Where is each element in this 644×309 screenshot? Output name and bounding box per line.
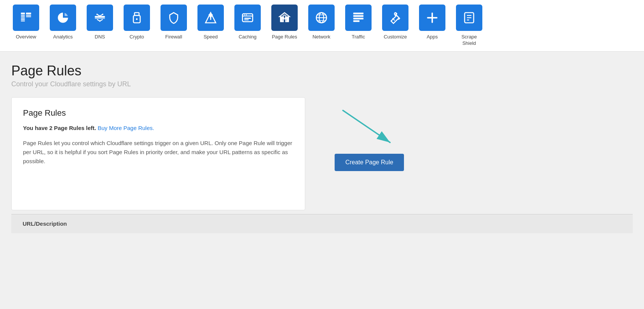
svg-point-11 xyxy=(96,16,98,18)
nav-label-overview: Overview xyxy=(16,34,36,40)
svg-point-45 xyxy=(396,13,398,15)
network-icon xyxy=(308,5,335,31)
apps-icon xyxy=(419,5,445,31)
nav-item-caching[interactable]: Caching xyxy=(229,5,266,45)
svg-rect-7 xyxy=(26,15,31,16)
svg-rect-10 xyxy=(95,18,105,19)
nav-item-traffic[interactable]: Traffic xyxy=(340,5,377,45)
arrow-container xyxy=(320,105,418,150)
svg-point-18 xyxy=(96,14,98,15)
nav-label-analytics: Analytics xyxy=(53,34,73,40)
scrapeshield-icon xyxy=(456,5,482,31)
svg-point-19 xyxy=(102,14,104,15)
nav-item-scrape-shield[interactable]: Scrape Shield xyxy=(451,5,488,51)
nav-label-network: Network xyxy=(312,34,330,40)
nav-item-firewall[interactable]: Firewall xyxy=(155,5,192,45)
svg-rect-5 xyxy=(21,21,25,21)
nav-item-dns[interactable]: DNS xyxy=(81,5,118,45)
svg-rect-4 xyxy=(21,19,25,20)
page-title: Page Rules xyxy=(11,63,633,79)
page-rules-card: Page Rules You have 2 Page Rules left. B… xyxy=(11,97,305,210)
svg-rect-6 xyxy=(26,13,31,15)
svg-point-12 xyxy=(102,16,104,18)
nav-label-firewall: Firewall xyxy=(165,34,182,40)
nav-label-caching: Caching xyxy=(239,34,257,40)
nav-item-apps[interactable]: Apps xyxy=(414,5,451,45)
rules-left-text: You have 2 Page Rules left. Buy More Pag… xyxy=(23,125,294,131)
traffic-icon xyxy=(345,5,372,31)
nav-item-customize[interactable]: Customize xyxy=(377,5,414,45)
main-content: Page Rules Control your Cloudflare setti… xyxy=(0,52,644,309)
table-column-url-description: URL/Description xyxy=(23,220,67,227)
table-header: URL/Description xyxy=(11,214,633,233)
buy-more-link[interactable]: Buy More Page Rules. xyxy=(98,125,154,131)
nav-item-page-rules[interactable]: Page Rules xyxy=(266,5,303,45)
analytics-icon xyxy=(50,5,76,31)
top-navigation: Overview Analytics DNS Crypto Firewall S… xyxy=(0,0,644,52)
svg-rect-3 xyxy=(21,18,25,18)
svg-rect-2 xyxy=(21,16,25,17)
page-subtitle: Control your Cloudflare settings by URL xyxy=(11,80,633,88)
svg-rect-44 xyxy=(353,20,360,22)
nav-item-overview[interactable]: Overview xyxy=(8,5,44,45)
card-description: Page Rules let you control which Cloudfl… xyxy=(23,139,294,166)
svg-point-23 xyxy=(136,18,138,20)
firewall-icon xyxy=(161,5,187,31)
content-layout: Page Rules You have 2 Page Rules left. B… xyxy=(11,97,633,210)
pagerules-icon xyxy=(271,5,298,31)
nav-item-network[interactable]: Network xyxy=(303,5,340,45)
svg-point-30 xyxy=(246,14,247,15)
svg-rect-41 xyxy=(353,13,364,15)
nav-label-crypto: Crypto xyxy=(130,34,144,40)
nav-label-traffic: Traffic xyxy=(352,34,365,40)
nav-item-crypto[interactable]: Crypto xyxy=(118,5,155,45)
svg-rect-42 xyxy=(353,15,364,17)
svg-line-53 xyxy=(343,110,390,142)
nav-label-scrape-shield: Scrape Shield xyxy=(461,34,477,47)
rules-left-bold: You have 2 Page Rules left. xyxy=(23,125,96,131)
svg-rect-43 xyxy=(353,18,364,20)
svg-point-20 xyxy=(99,20,101,22)
customize-icon xyxy=(382,5,408,31)
nav-label-page-rules: Page Rules xyxy=(272,34,297,40)
svg-rect-8 xyxy=(26,16,31,17)
nav-item-analytics[interactable]: Analytics xyxy=(44,5,81,45)
dns-icon xyxy=(87,5,113,31)
nav-label-dns: DNS xyxy=(95,34,105,40)
right-panel: Create Page Rule xyxy=(305,97,433,171)
svg-point-29 xyxy=(244,14,245,15)
nav-item-speed[interactable]: Speed xyxy=(192,5,229,45)
svg-rect-32 xyxy=(244,20,249,20)
svg-rect-1 xyxy=(21,15,25,16)
svg-rect-31 xyxy=(244,18,251,19)
nav-label-speed: Speed xyxy=(203,34,218,40)
speed-icon xyxy=(197,5,224,31)
svg-point-17 xyxy=(99,15,101,17)
card-title: Page Rules xyxy=(23,108,294,118)
nav-label-customize: Customize xyxy=(384,34,407,40)
svg-marker-26 xyxy=(208,13,213,18)
nav-label-apps: Apps xyxy=(427,34,438,40)
create-page-rule-button[interactable]: Create Page Rule xyxy=(335,154,404,171)
crypto-icon xyxy=(124,5,150,31)
svg-rect-0 xyxy=(21,13,25,15)
caching-icon xyxy=(234,5,261,31)
overview-icon xyxy=(13,5,39,31)
